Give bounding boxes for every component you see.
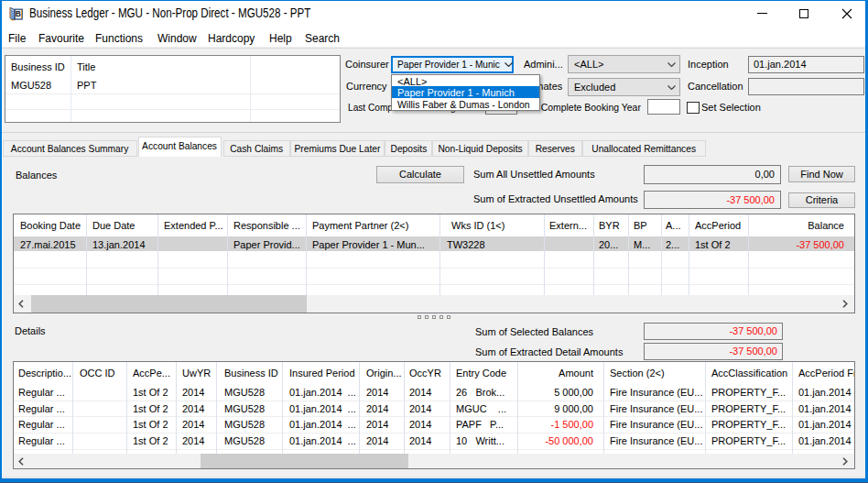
svg-text:B: B — [16, 9, 21, 18]
